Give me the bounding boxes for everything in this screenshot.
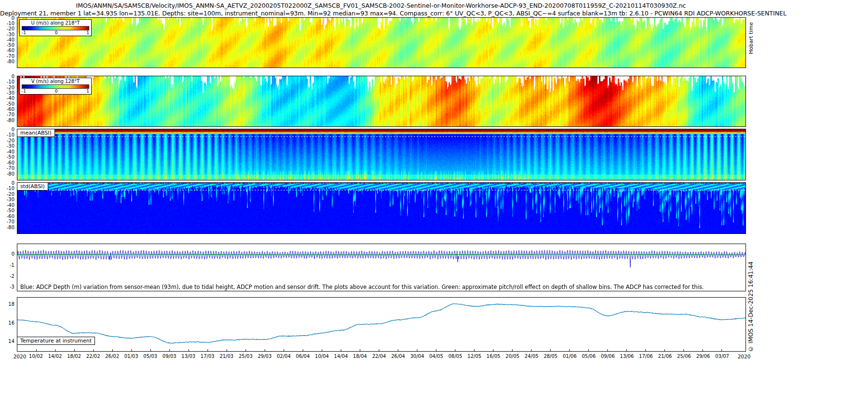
y-tick-label: -10 bbox=[0, 21, 14, 26]
y-tick-label: -60 bbox=[0, 161, 14, 165]
figure-subtitle: Deployment 21, member 1 lat=34.93S lon=1… bbox=[0, 10, 762, 17]
x-tick-label: 29/06 bbox=[695, 354, 711, 359]
x-tick-label: 05/06 bbox=[581, 354, 597, 359]
panel-std-absi: 0-10-20-30-40-50-60-70-80 std(ABSI) bbox=[17, 182, 746, 234]
x-tick-label: 09/03 bbox=[161, 354, 177, 359]
y-tick-label: -40 bbox=[0, 96, 14, 100]
mean-absi-y-axis: 0-10-20-30-40-50-60-70-80 bbox=[0, 129, 16, 180]
x-tick-label: 21/03 bbox=[218, 354, 235, 359]
y-tick-label: 0 bbox=[0, 181, 14, 185]
x-tick-label: 10/04 bbox=[313, 354, 330, 359]
y-tick-label: -50 bbox=[0, 208, 14, 213]
y-tick-label: -80 bbox=[0, 59, 14, 64]
colorbar-tick-label: -1 bbox=[22, 89, 26, 94]
panel-temperature: 181614 Temperature at instrument bbox=[17, 297, 746, 352]
x-tick-label: 26/02 bbox=[104, 354, 121, 359]
y-tick-label: -10 bbox=[0, 186, 14, 191]
y-tick-label: -40 bbox=[0, 203, 14, 207]
y-tick-label: -60 bbox=[0, 107, 14, 111]
y-tick-label: 0 bbox=[0, 16, 14, 20]
y-tick-label: 14 bbox=[0, 339, 14, 343]
y-tick-label: 16 bbox=[0, 321, 14, 325]
time-axis: 202010/0214/0218/0222/0226/0201/0305/030… bbox=[17, 353, 746, 360]
x-tick-label: 17/03 bbox=[199, 354, 216, 359]
x-tick-label: 08/05 bbox=[447, 354, 463, 359]
y-tick-label: -30 bbox=[0, 144, 14, 148]
depth-variation-caption: Blue: ADCP Depth (m) variation from sens… bbox=[20, 284, 704, 290]
u-velocity-colorbar-gradient bbox=[22, 26, 89, 30]
x-tick-label: 18/04 bbox=[352, 354, 368, 359]
y-tick-label: -1 bbox=[0, 263, 14, 267]
year-label: 2020 bbox=[734, 354, 754, 359]
mean-absi-label: mean(ABSI) bbox=[17, 129, 55, 137]
x-tick-label: 18/02 bbox=[66, 354, 82, 359]
y-tick-label: 0 bbox=[0, 252, 14, 256]
colorbar-tick-label: 1 bbox=[86, 30, 89, 35]
imos-copyright-stamp: © IMOS 14-Dec-2025 16:41:44 bbox=[747, 207, 754, 352]
y-tick-label: 18 bbox=[0, 302, 14, 306]
u-velocity-heatmap bbox=[17, 18, 746, 68]
x-tick-label: 01/06 bbox=[561, 354, 578, 359]
x-tick-label: 12/05 bbox=[466, 354, 483, 359]
v-velocity-colorbar-gradient bbox=[22, 84, 89, 89]
x-tick-label: 14/04 bbox=[333, 354, 349, 359]
y-tick-label: -70 bbox=[0, 219, 14, 224]
std-absi-y-axis: 0-10-20-30-40-50-60-70-80 bbox=[0, 183, 16, 233]
temperature-label: Temperature at instrument bbox=[17, 337, 95, 345]
y-tick-label: -50 bbox=[0, 102, 14, 106]
y-tick-label: -10 bbox=[0, 133, 14, 137]
y-tick-label: -10 bbox=[0, 80, 14, 84]
colorbar-tick-label: 1 bbox=[86, 89, 89, 94]
colorbar-tick-label: -1 bbox=[22, 30, 26, 35]
y-tick-label: -70 bbox=[0, 166, 14, 170]
y-tick-label: -20 bbox=[0, 27, 14, 31]
mean-absi-heatmap bbox=[17, 129, 746, 180]
u-velocity-y-axis: 0-10-20-30-40-50-60-70-80 bbox=[0, 18, 16, 68]
panel-v-velocity: 0-10-20-30-40-50-60-70-80 V (m/s) along … bbox=[17, 76, 746, 127]
panel-u-velocity: 0-10-20-30-40-50-60-70-80 U (m/s) along … bbox=[17, 17, 746, 68]
x-tick-label: 25/03 bbox=[237, 354, 254, 359]
temperature-y-axis: 181614 bbox=[0, 298, 16, 351]
y-tick-label: -50 bbox=[0, 43, 14, 47]
y-tick-label: -20 bbox=[0, 138, 14, 143]
x-tick-label: 03/07 bbox=[714, 354, 731, 359]
x-tick-label: 06/04 bbox=[295, 354, 311, 359]
colorbar-tick-label: 0 bbox=[55, 89, 58, 94]
depth-variation-y-axis: 0-1-2-3 bbox=[0, 244, 16, 291]
panel-depth-variation: 0-1-2-3 Blue: ADCP Depth (m) variation f… bbox=[17, 244, 746, 291]
y-tick-label: -60 bbox=[0, 48, 14, 53]
y-tick-label: -80 bbox=[0, 118, 14, 123]
v-velocity-heatmap bbox=[17, 76, 746, 126]
x-tick-label: 17/06 bbox=[637, 354, 654, 359]
figure-title: IMOS/ANMN/SA/SAM5CB/Velocity/IMOS_ANMN-S… bbox=[0, 2, 762, 9]
x-tick-label: 13/06 bbox=[619, 354, 635, 359]
y-tick-label: -30 bbox=[0, 91, 14, 95]
y-tick-label: -80 bbox=[0, 225, 14, 230]
y-tick-label: -30 bbox=[0, 32, 14, 37]
y-tick-label: -20 bbox=[0, 85, 14, 90]
x-tick-label: 04/05 bbox=[428, 354, 445, 359]
x-tick-label: 30/04 bbox=[409, 354, 425, 359]
y-tick-label: -60 bbox=[0, 214, 14, 219]
x-tick-label: 22/02 bbox=[85, 354, 101, 359]
y-tick-label: -3 bbox=[0, 285, 14, 289]
x-tick-label: 01/03 bbox=[123, 354, 139, 359]
v-velocity-colorbar-title: V (m/s) along 128°T bbox=[20, 78, 91, 84]
adcp-summary-figure: IMOS/ANMN/SA/SAM5CB/Velocity/IMOS_ANMN-S… bbox=[0, 0, 868, 410]
v-velocity-y-axis: 0-10-20-30-40-50-60-70-80 bbox=[0, 76, 16, 126]
x-tick-label: 21/06 bbox=[657, 354, 673, 359]
y-tick-label: -20 bbox=[0, 192, 14, 196]
y-tick-label: -80 bbox=[0, 172, 14, 176]
x-tick-label: 10/02 bbox=[28, 354, 44, 359]
u-velocity-colorbar: U (m/s) along 218°T -1 0 1 bbox=[19, 19, 92, 36]
x-tick-label: 24/05 bbox=[523, 354, 540, 359]
x-tick-label: 09/06 bbox=[599, 354, 616, 359]
u-velocity-colorbar-ticks: -1 0 1 bbox=[20, 30, 91, 36]
x-tick-label: 05/03 bbox=[142, 354, 159, 359]
y-tick-label: -40 bbox=[0, 150, 14, 154]
x-tick-label: 14/02 bbox=[47, 354, 63, 359]
std-absi-heatmap bbox=[17, 183, 746, 233]
x-tick-label: 20/05 bbox=[504, 354, 521, 359]
y-tick-label: 0 bbox=[0, 74, 14, 79]
x-tick-label: 25/06 bbox=[676, 354, 692, 359]
